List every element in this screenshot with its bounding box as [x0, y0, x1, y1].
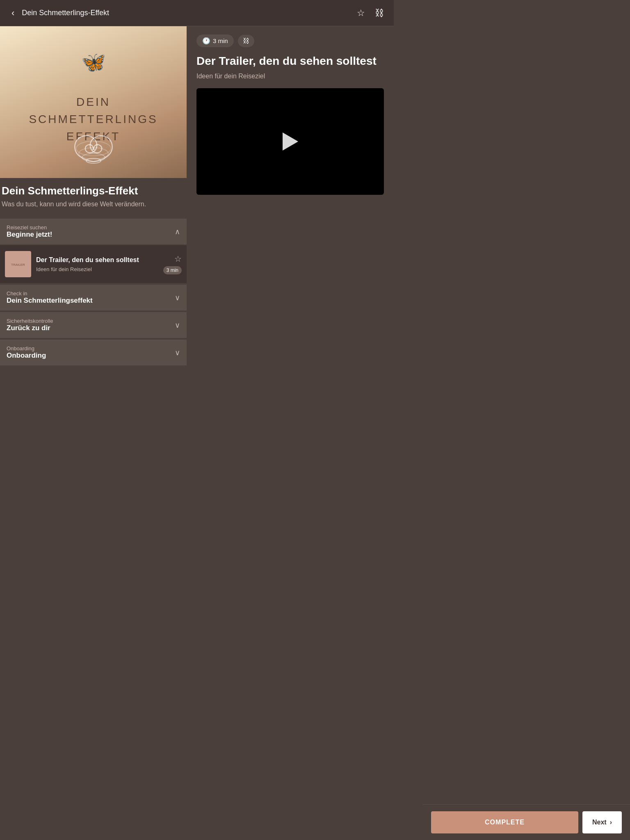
lesson-duration: 3 min	[163, 266, 182, 274]
link-badge-button[interactable]: ⛓	[238, 35, 254, 47]
lesson-info: Der Trailer, den du sehen solltest Ideen…	[36, 256, 158, 272]
play-icon	[283, 132, 298, 151]
butterfly-icon: 🦋	[81, 51, 106, 74]
lesson-meta: ☆ 3 min	[163, 254, 182, 274]
chevron-down-icon-3: ∨	[175, 348, 180, 357]
content-title: Der Trailer, den du sehen solltest	[196, 54, 384, 68]
svg-text:TRAILER: TRAILER	[11, 263, 25, 267]
course-title: Dein Schmetterlings-Effekt	[0, 185, 187, 197]
section-sicherheit-header[interactable]: Sicherheitskontrolle Zurück zu dir ∨	[0, 312, 187, 338]
header-title: Dein Schmetterlings-Effekt	[22, 9, 109, 17]
clock-icon: 🕐	[202, 37, 210, 45]
video-player[interactable]	[196, 88, 384, 195]
section-onboarding-main: Onboarding	[7, 352, 46, 360]
course-info: Dein Schmetterlings-Effekt Was du tust, …	[0, 178, 187, 212]
share-button[interactable]: ⛓	[373, 6, 386, 20]
spiral-decoration	[61, 121, 126, 170]
svg-point-1	[82, 153, 105, 162]
course-subtitle: Was du tust, kann und wird diese Welt ve…	[0, 200, 187, 209]
meta-row: 🕐 3 min ⛓	[196, 34, 384, 47]
spacer	[196, 195, 384, 236]
duration-label: 3 min	[213, 37, 228, 44]
lesson-favorite-button[interactable]: ☆	[174, 254, 182, 264]
section-checkin-main: Dein Schmetterlingseffekt	[7, 297, 93, 305]
content-description: Ideen für dein Reiseziel	[196, 73, 384, 80]
header-icons: ☆ ⛓	[355, 6, 386, 20]
section-sicherheit-main: Zurück zu dir	[7, 324, 53, 332]
section-list: Reiseziel suchen Beginne jetzt! ∧ TRAILE…	[0, 219, 187, 365]
lesson-title: Der Trailer, den du sehen solltest	[36, 256, 158, 265]
section-reiseziel-main: Beginne jetzt!	[7, 231, 52, 239]
section-reiseziel-top: Reiseziel suchen	[7, 224, 52, 231]
chevron-up-icon: ∧	[175, 227, 180, 236]
section-onboarding-top: Onboarding	[7, 345, 46, 352]
header-left: ‹ Dein Schmetterlings-Effekt	[8, 6, 109, 20]
chevron-down-icon-2: ∨	[175, 321, 180, 330]
duration-badge: 🕐 3 min	[196, 34, 234, 47]
section-checkin-top: Check in	[7, 290, 93, 297]
header: ‹ Dein Schmetterlings-Effekt ☆ ⛓	[0, 0, 394, 26]
lesson-subtitle: Ideen für dein Reiseziel	[36, 266, 158, 272]
course-image: 🦋 DEIN SCHMETTERLINGS EFFEKT	[0, 26, 187, 178]
left-panel: 🦋 DEIN SCHMETTERLINGS EFFEKT Dein Schmet…	[0, 26, 187, 398]
favorite-button[interactable]: ☆	[355, 6, 367, 20]
back-button[interactable]: ‹	[8, 6, 18, 20]
section-onboarding-header[interactable]: Onboarding Onboarding ∨	[0, 340, 187, 365]
lesson-trailer[interactable]: TRAILER Der Trailer, den du sehen sollte…	[0, 245, 187, 283]
section-checkin-header[interactable]: Check in Dein Schmetterlingseffekt ∨	[0, 285, 187, 310]
chevron-down-icon: ∨	[175, 293, 180, 302]
right-panel: 🕐 3 min ⛓ Der Trailer, den du sehen soll…	[187, 26, 394, 244]
section-sicherheit-top: Sicherheitskontrolle	[7, 318, 53, 324]
section-reiseziel-header[interactable]: Reiseziel suchen Beginne jetzt! ∧	[0, 219, 187, 244]
main-layout: 🦋 DEIN SCHMETTERLINGS EFFEKT Dein Schmet…	[0, 26, 394, 398]
lesson-thumbnail: TRAILER	[5, 251, 31, 277]
